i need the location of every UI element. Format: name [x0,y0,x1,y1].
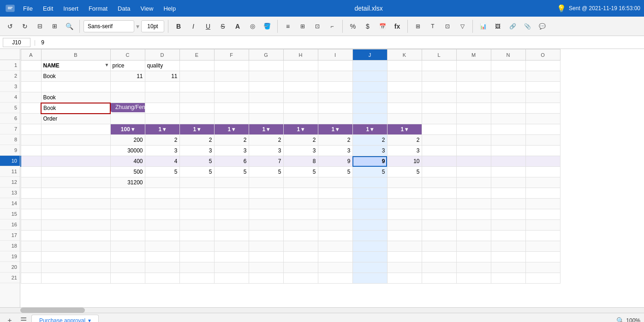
cell-H20[interactable] [283,262,318,273]
cell-G7[interactable]: 1 ▾ [249,124,283,135]
cell-B15[interactable] [41,209,110,220]
cell-A17[interactable] [21,231,41,241]
cell-N8[interactable] [491,135,525,146]
cell-E6[interactable] [179,114,214,124]
cell-B8[interactable] [41,135,110,146]
cell-I10[interactable]: 9 [318,156,352,167]
cell-M17[interactable] [456,231,491,241]
formula-input[interactable] [39,38,641,47]
cell-G4[interactable] [249,92,283,103]
cell-F7[interactable]: 1 ▾ [214,124,249,135]
cell-A20[interactable] [21,262,41,273]
cell-I6[interactable] [318,114,352,124]
cell-M14[interactable] [456,199,491,209]
cell-O2[interactable] [525,71,560,82]
cell-A12[interactable] [21,177,41,188]
cell-H16[interactable] [283,220,318,231]
cell-O21[interactable] [525,273,560,284]
cell-M5[interactable] [456,103,491,114]
cell-M10[interactable] [456,156,491,167]
cell-J21[interactable] [352,273,387,284]
cell-C10[interactable]: 400 [110,156,145,167]
cell-H8[interactable]: 2 [283,135,318,146]
cell-M9[interactable] [456,146,491,156]
image-button[interactable]: 🖼 [491,20,504,33]
cell-C8[interactable]: 200 [110,135,145,146]
cell-O6[interactable] [525,114,560,124]
cell-K7[interactable]: 1 ▾ [387,124,422,135]
cell-C2[interactable]: 11 [110,71,145,82]
cell-G17[interactable] [249,231,283,241]
cell-L4[interactable] [422,92,456,103]
cell-C18[interactable] [110,241,145,252]
cell-N17[interactable] [491,231,525,241]
search-button[interactable]: 🔍 [63,20,76,33]
cell-G9[interactable]: 3 [249,146,283,156]
underline-button[interactable]: U [202,20,215,33]
cell-J2[interactable] [352,71,387,82]
cell-G18[interactable] [249,241,283,252]
row-num-9[interactable]: 9 [0,145,20,156]
cell-G13[interactable] [249,188,283,199]
cell-A9[interactable] [21,146,41,156]
cell-A16[interactable] [21,220,41,231]
cell-N1[interactable] [491,61,525,71]
cell-H21[interactable] [283,273,318,284]
cell-N16[interactable] [491,220,525,231]
cell-J6[interactable] [352,114,387,124]
cell-M8[interactable] [456,135,491,146]
cell-A11[interactable] [21,167,41,177]
bold-button[interactable]: B [172,20,185,33]
cell-J17[interactable] [352,231,387,241]
sheet-list-button[interactable]: ☰ [18,315,30,322]
redo-button[interactable]: ↻ [18,20,31,33]
cell-D20[interactable] [145,262,179,273]
undo-button[interactable]: ↺ [4,20,17,33]
cell-L10[interactable] [422,156,456,167]
cell-O5[interactable] [525,103,560,114]
rotate-button[interactable]: ⌐ [326,20,339,33]
cell-A21[interactable] [21,273,41,284]
cell-H12[interactable] [283,177,318,188]
cell-M6[interactable] [456,114,491,124]
cell-H3[interactable] [283,82,318,92]
col-header-C[interactable]: C [110,49,145,61]
cell-O1[interactable] [525,61,560,71]
cell-I20[interactable] [318,262,352,273]
cell-E16[interactable] [179,220,214,231]
cell-E3[interactable] [179,82,214,92]
cell-F21[interactable] [214,273,249,284]
cell-N21[interactable] [491,273,525,284]
row-num-20[interactable]: 20 [0,262,20,273]
cell-J3[interactable] [352,82,387,92]
cell-A13[interactable] [21,188,41,199]
col-header-H[interactable]: H [283,49,318,61]
cell-I13[interactable] [318,188,352,199]
row-num-14[interactable]: 14 [0,198,20,209]
cell-L16[interactable] [422,220,456,231]
cell-I16[interactable] [318,220,352,231]
cell-K14[interactable] [387,199,422,209]
cell-E13[interactable] [179,188,214,199]
sheet-tab-dropdown-icon[interactable]: ▾ [88,317,91,322]
cell-E17[interactable] [179,231,214,241]
cell-J8[interactable]: 2 [352,135,387,146]
cell-G1[interactable] [249,61,283,71]
currency-button[interactable]: $ [361,20,374,33]
cell-E21[interactable] [179,273,214,284]
cell-A14[interactable] [21,199,41,209]
strikethrough-button[interactable]: S [216,20,229,33]
cell-F12[interactable] [214,177,249,188]
cell-G20[interactable] [249,262,283,273]
cell-J11[interactable]: 5 [352,167,387,177]
cell-M16[interactable] [456,220,491,231]
cell-J13[interactable] [352,188,387,199]
row-num-8[interactable]: 8 [0,134,20,145]
col-header-A[interactable]: A [21,49,41,61]
cell-L3[interactable] [422,82,456,92]
row-num-21[interactable]: 21 [0,273,20,283]
link-button[interactable]: 🔗 [506,20,519,33]
cell-I7[interactable]: 1 ▾ [318,124,352,135]
cell-K4[interactable] [387,92,422,103]
cell-J10[interactable]: 9 [352,156,387,167]
